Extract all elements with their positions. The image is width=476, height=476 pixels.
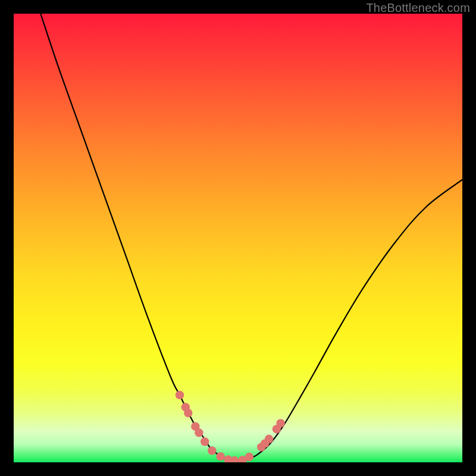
highlight-dot (216, 452, 224, 461)
highlight-dot (184, 409, 192, 417)
highlight-dot (245, 453, 253, 461)
highlight-dot (265, 435, 273, 443)
bottleneck-curve-svg (14, 14, 462, 462)
bottleneck-curve (40, 14, 462, 461)
highlight-dot (176, 391, 184, 399)
highlight-dots-group (176, 391, 285, 462)
highlight-dot (195, 428, 203, 437)
watermark-text: TheBottleneck.com (366, 1, 470, 15)
highlight-dot (201, 437, 209, 446)
highlight-dot (208, 446, 216, 455)
chart-frame: TheBottleneck.com (0, 0, 476, 476)
highlight-dot (276, 419, 284, 427)
plot-area (14, 14, 462, 462)
